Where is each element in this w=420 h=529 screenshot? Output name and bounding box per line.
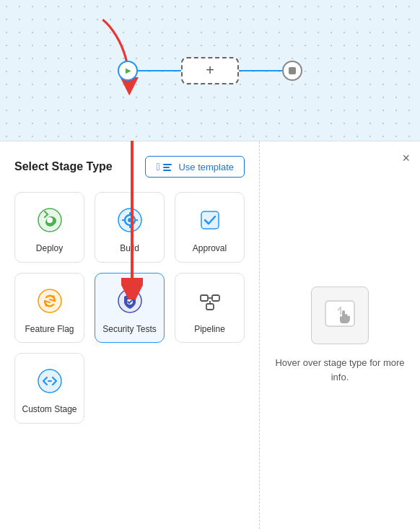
close-button[interactable]: × bbox=[402, 152, 410, 165]
svg-point-10 bbox=[128, 218, 132, 222]
hover-info-panel: × Hover over stage type for more info. bbox=[260, 141, 420, 529]
template-icon:  bbox=[156, 161, 174, 172]
pipeline-row: ▶ + bbox=[118, 57, 302, 84]
build-label: Build bbox=[120, 243, 139, 255]
approval-label: Approval bbox=[193, 243, 227, 255]
deploy-icon bbox=[34, 204, 66, 236]
hover-illustration bbox=[311, 287, 369, 344]
svg-rect-21 bbox=[206, 304, 214, 310]
stage-selector-header: Select Stage Type  Use template bbox=[14, 156, 245, 178]
build-icon bbox=[114, 204, 146, 236]
use-template-label: Use template bbox=[178, 162, 234, 172]
stage-selector: Select Stage Type  Use template bbox=[0, 141, 260, 529]
security-tests-label: Security Tests bbox=[102, 324, 156, 336]
svg-rect-26 bbox=[325, 301, 354, 326]
add-stage-button[interactable]: + bbox=[181, 57, 239, 84]
pipeline-connector-right bbox=[239, 70, 282, 71]
custom-stage-icon bbox=[34, 365, 66, 397]
custom-stage-label: Custom Stage bbox=[22, 404, 76, 416]
pipeline-connector-left bbox=[138, 70, 181, 71]
svg-point-16 bbox=[38, 289, 61, 312]
security-tests-icon bbox=[114, 285, 146, 317]
use-template-button[interactable]:  Use template bbox=[145, 156, 245, 178]
stop-icon bbox=[289, 67, 296, 74]
feature-flag-icon bbox=[34, 285, 66, 317]
svg-rect-4 bbox=[163, 167, 170, 168]
svg-rect-15 bbox=[201, 211, 219, 229]
pipeline-label: Pipeline bbox=[194, 324, 225, 336]
pipeline-canvas: ▶ + bbox=[0, 0, 420, 141]
feature-flag-label: Feature Flag bbox=[25, 324, 74, 336]
svg-point-7 bbox=[47, 217, 53, 223]
select-stage-title: Select Stage Type bbox=[14, 160, 113, 173]
stage-type-panel: Select Stage Type  Use template bbox=[0, 141, 420, 529]
stage-card-pipeline[interactable]: Pipeline bbox=[175, 273, 245, 344]
hover-info-text: Hover over stage type for more info. bbox=[274, 356, 406, 384]
stage-card-approval[interactable]: Approval bbox=[175, 192, 245, 263]
approval-icon bbox=[194, 204, 226, 236]
stage-card-custom[interactable]: Custom Stage bbox=[14, 353, 84, 424]
svg-rect-5 bbox=[163, 170, 171, 171]
svg-rect-3 bbox=[163, 164, 172, 165]
deploy-label: Deploy bbox=[36, 243, 63, 255]
pipeline-end-node[interactable] bbox=[282, 61, 302, 81]
pipeline-start-node[interactable]: ▶ bbox=[118, 61, 138, 81]
stage-card-security-tests[interactable]: Security Tests bbox=[95, 273, 165, 344]
play-icon: ▶ bbox=[126, 66, 131, 74]
pipeline-icon bbox=[194, 285, 226, 317]
stage-card-feature-flag[interactable]: Feature Flag bbox=[14, 273, 84, 344]
stage-card-build[interactable]: Build bbox=[95, 192, 165, 263]
stage-card-deploy[interactable]: Deploy bbox=[14, 192, 84, 263]
svg-rect-20 bbox=[212, 295, 219, 301]
stage-grid: Deploy Build bbox=[14, 192, 245, 424]
svg-rect-19 bbox=[201, 295, 208, 301]
